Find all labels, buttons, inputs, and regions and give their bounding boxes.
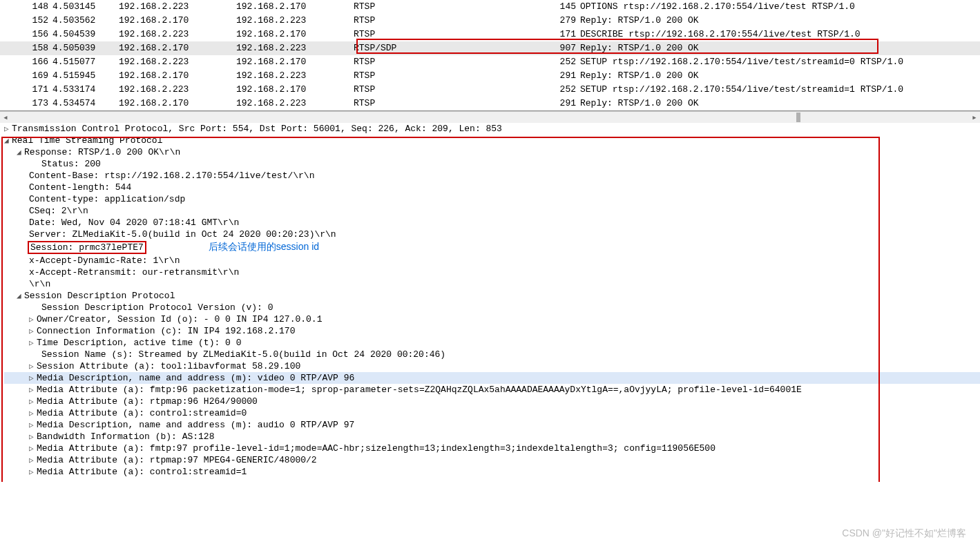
tree-server[interactable]: Server: ZLMediaKit-5.0(build in Oct 24 2…	[4, 229, 980, 240]
col-protocol: RTSP	[354, 84, 554, 96]
chevron-right-icon: ▷	[29, 315, 37, 324]
col-length: 279	[554, 14, 576, 27]
tree-sdp-v[interactable]: Session Description Protocol Version (v)…	[4, 302, 980, 313]
col-no: 173	[28, 97, 48, 110]
col-source: 192.168.2.170	[119, 97, 236, 110]
chevron-right-icon: ▷	[29, 327, 37, 336]
scroll-right-icon[interactable]: ▸	[969, 112, 980, 123]
col-destination: 192.168.2.223	[236, 14, 354, 27]
tree-sdp-a-fmtp97[interactable]: ▷Media Attribute (a): fmtp:97 profile-le…	[4, 443, 980, 454]
col-no: 171	[28, 84, 48, 96]
tree-sdp-t[interactable]: ▷Time Description, active time (t): 0 0	[4, 337, 980, 349]
tree-sdp-root[interactable]: ◢Session Description Protocol	[4, 290, 980, 302]
col-destination: 192.168.2.170	[236, 28, 354, 41]
packet-row[interactable]: 1484.503145192.168.2.223192.168.2.170RTS…	[0, 0, 980, 14]
scroll-thumb[interactable]	[796, 113, 800, 122]
highlight-box-session: Session: prmc37lePTE7	[28, 241, 146, 254]
col-info: Reply: RTSP/1.0 200 OK	[580, 97, 980, 110]
col-length: 291	[554, 97, 576, 110]
tree-sdp-a-tool[interactable]: ▷Session Attribute (a): tool:libavformat…	[4, 360, 980, 372]
tree-tcp[interactable]: ▷Transmission Control Protocol, Src Port…	[4, 123, 980, 135]
col-no: 156	[28, 28, 48, 41]
tree-date[interactable]: Date: Wed, Nov 04 2020 07:18:41 GMT\r\n	[4, 217, 980, 229]
chevron-right-icon: ▷	[29, 467, 37, 476]
packet-row[interactable]: 1664.515077192.168.2.223192.168.2.170RTS…	[0, 55, 980, 69]
chevron-right-icon: ▷	[29, 420, 37, 429]
col-time: 4.534574	[52, 97, 119, 110]
col-no: 158	[28, 42, 48, 55]
chevron-right-icon: ▷	[29, 397, 37, 406]
col-destination: 192.168.2.223	[236, 42, 354, 55]
tree-sdp-o[interactable]: ▷Owner/Creator, Session Id (o): - 0 0 IN…	[4, 313, 980, 325]
col-time: 4.505039	[52, 42, 119, 55]
col-length: 252	[554, 84, 576, 96]
scroll-left-icon[interactable]: ◂	[0, 112, 11, 123]
col-destination: 192.168.2.223	[236, 70, 354, 82]
col-time: 4.533174	[52, 84, 119, 96]
tree-sdp-m-audio[interactable]: ▷Media Description, name and address (m)…	[4, 419, 980, 431]
col-time: 4.515077	[52, 56, 119, 68]
col-protocol: RTSP	[354, 56, 554, 68]
tree-x-accept-dynamic[interactable]: x-Accept-Dynamic-Rate: 1\r\n	[4, 255, 980, 266]
packet-details-tree[interactable]: ▷Transmission Control Protocol, Src Port…	[0, 123, 980, 482]
col-info: DESCRIBE rtsp://192.168.2.170:554/live/t…	[580, 28, 980, 41]
col-source: 192.168.2.170	[119, 42, 236, 55]
chevron-right-icon: ▷	[29, 362, 37, 371]
col-info: Reply: RTSP/1.0 200 OK	[580, 70, 980, 82]
col-source: 192.168.2.170	[119, 70, 236, 82]
tree-sdp-a-rtpmap97[interactable]: ▷Media Attribute (a): rtpmap:97 MPEG4-GE…	[4, 454, 980, 466]
col-length: 907	[554, 42, 576, 55]
col-protocol: RTSP	[354, 97, 554, 110]
tree-sdp-s[interactable]: Session Name (s): Streamed by ZLMediaKit…	[4, 349, 980, 360]
tree-response[interactable]: ◢Response: RTSP/1.0 200 OK\r\n	[4, 146, 980, 158]
chevron-down-icon: ◢	[4, 136, 12, 145]
col-length: 252	[554, 56, 576, 68]
tree-rtsp-root[interactable]: ◢Real Time Streaming Protocol	[4, 135, 980, 146]
tree-sdp-a-ctrl0[interactable]: ▷Media Attribute (a): control:streamid=0	[4, 407, 980, 419]
packet-row[interactable]: 1584.505039192.168.2.170192.168.2.223RTS…	[0, 41, 980, 55]
col-protocol: RTSP	[354, 28, 554, 41]
tree-sdp-a-ctrl1[interactable]: ▷Media Attribute (a): control:streamid=1	[4, 466, 980, 478]
tree-content-length[interactable]: Content-length: 544	[4, 182, 980, 193]
col-time: 4.504539	[52, 28, 119, 41]
col-source: 192.168.2.223	[119, 1, 236, 13]
packet-row[interactable]: 1564.504539192.168.2.223192.168.2.170RTS…	[0, 28, 980, 41]
chevron-down-icon: ◢	[17, 291, 24, 300]
horizontal-scrollbar[interactable]: ◂ ▸	[0, 111, 980, 123]
tree-status[interactable]: Status: 200	[4, 158, 980, 170]
tree-sdp-a-fmtp96[interactable]: ▷Media Attribute (a): fmtp:96 packetizat…	[4, 384, 980, 396]
col-no: 169	[28, 70, 48, 82]
col-destination: 192.168.2.170	[236, 84, 354, 96]
col-length: 291	[554, 70, 576, 82]
col-no: 148	[28, 1, 48, 13]
col-info: SETUP rtsp://192.168.2.170:554/live/test…	[580, 56, 980, 68]
tree-crlf[interactable]: \r\n	[4, 278, 980, 290]
packet-row[interactable]: 1694.515945192.168.2.170192.168.2.223RTS…	[0, 69, 980, 83]
col-source: 192.168.2.170	[119, 14, 236, 27]
annotation-text: 后续会话使用的session id	[209, 241, 319, 252]
col-length: 171	[554, 28, 576, 41]
col-info: SETUP rtsp://192.168.2.170:554/live/test…	[580, 84, 980, 96]
tree-cseq[interactable]: CSeq: 2\r\n	[4, 205, 980, 217]
chevron-right-icon: ▷	[29, 456, 37, 465]
packet-list[interactable]: 1484.503145192.168.2.223192.168.2.170RTS…	[0, 0, 980, 111]
col-destination: 192.168.2.170	[236, 56, 354, 68]
tree-sdp-c[interactable]: ▷Connection Information (c): IN IP4 192.…	[4, 325, 980, 337]
chevron-right-icon: ▷	[29, 444, 37, 453]
packet-row[interactable]: 1714.533174192.168.2.223192.168.2.170RTS…	[0, 83, 980, 97]
tree-sdp-b[interactable]: ▷Bandwidth Information (b): AS:128	[4, 431, 980, 443]
tree-content-base[interactable]: Content-Base: rtsp://192.168.2.170:554/l…	[4, 170, 980, 182]
tree-session[interactable]: Session: prmc37lePTE7后续会话使用的session id	[4, 240, 980, 255]
tree-x-accept-retransmit[interactable]: x-Accept-Retransmit: our-retransmit\r\n	[4, 266, 980, 278]
packet-row[interactable]: 1734.534574192.168.2.170192.168.2.223RTS…	[0, 97, 980, 110]
tree-sdp-a-rtpmap96[interactable]: ▷Media Attribute (a): rtpmap:96 H264/900…	[4, 396, 980, 407]
col-info: Reply: RTSP/1.0 200 OK	[580, 42, 980, 55]
col-protocol: RTSP	[354, 14, 554, 27]
chevron-down-icon: ◢	[17, 148, 24, 157]
tree-sdp-m-video[interactable]: ▷Media Description, name and address (m)…	[4, 372, 980, 384]
packet-row[interactable]: 1524.503562192.168.2.170192.168.2.223RTS…	[0, 14, 980, 28]
tree-content-type[interactable]: Content-type: application/sdp	[4, 193, 980, 205]
col-destination: 192.168.2.170	[236, 1, 354, 13]
col-time: 4.503145	[52, 1, 119, 13]
chevron-right-icon: ▷	[29, 373, 37, 382]
